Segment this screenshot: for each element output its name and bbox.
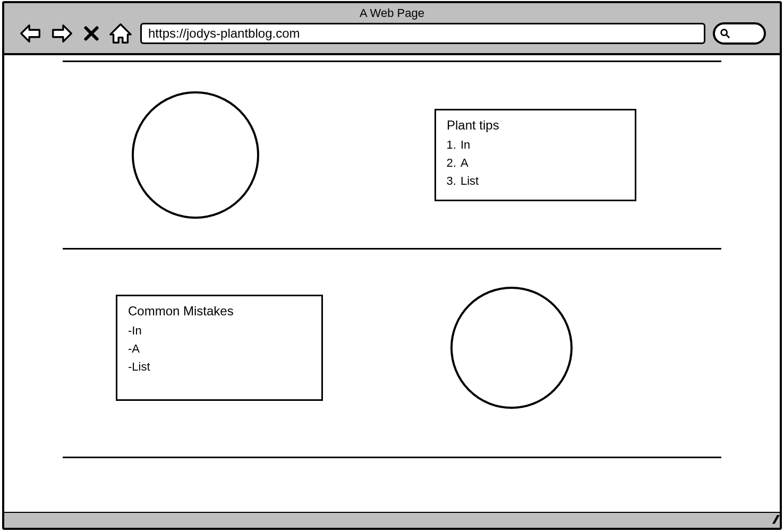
common-mistakes-list: -In -A -List bbox=[128, 324, 311, 374]
home-icon[interactable] bbox=[108, 21, 133, 46]
svg-point-2 bbox=[721, 30, 727, 36]
plant-tips-card: Plant tips In A List bbox=[434, 109, 636, 201]
image-placeholder-circle bbox=[450, 287, 573, 409]
url-input[interactable] bbox=[140, 23, 705, 44]
list-item: -List bbox=[128, 360, 311, 374]
top-divider bbox=[63, 61, 721, 62]
browser-chrome: A Web Page bbox=[4, 3, 780, 55]
svg-line-3 bbox=[727, 35, 730, 38]
bottom-divider bbox=[63, 457, 721, 458]
plant-tips-list: In A List bbox=[447, 138, 624, 188]
browser-window: A Web Page Plant tips bbox=[2, 1, 782, 530]
status-bar: // bbox=[4, 512, 780, 528]
list-item: -A bbox=[128, 342, 311, 356]
plant-tips-title: Plant tips bbox=[447, 118, 624, 133]
section-plant-tips: Plant tips In A List bbox=[63, 78, 721, 243]
common-mistakes-title: Common Mistakes bbox=[128, 304, 311, 319]
forward-arrow-icon[interactable] bbox=[50, 21, 74, 46]
list-item: List bbox=[459, 174, 624, 188]
page-content: Plant tips In A List Common Mistakes -In… bbox=[4, 55, 780, 512]
browser-toolbar bbox=[18, 21, 766, 46]
image-placeholder-circle bbox=[132, 91, 259, 219]
search-button[interactable] bbox=[713, 22, 766, 45]
stop-x-icon[interactable] bbox=[82, 21, 101, 46]
list-item: -In bbox=[128, 324, 311, 338]
window-title: A Web Page bbox=[18, 6, 766, 20]
resize-grip-icon[interactable]: // bbox=[772, 513, 777, 527]
list-item: In bbox=[459, 138, 624, 152]
section-common-mistakes: Common Mistakes -In -A -List bbox=[63, 271, 721, 435]
section-divider bbox=[63, 248, 721, 250]
back-arrow-icon[interactable] bbox=[18, 21, 42, 46]
list-item: A bbox=[459, 156, 624, 170]
common-mistakes-card: Common Mistakes -In -A -List bbox=[116, 295, 323, 401]
